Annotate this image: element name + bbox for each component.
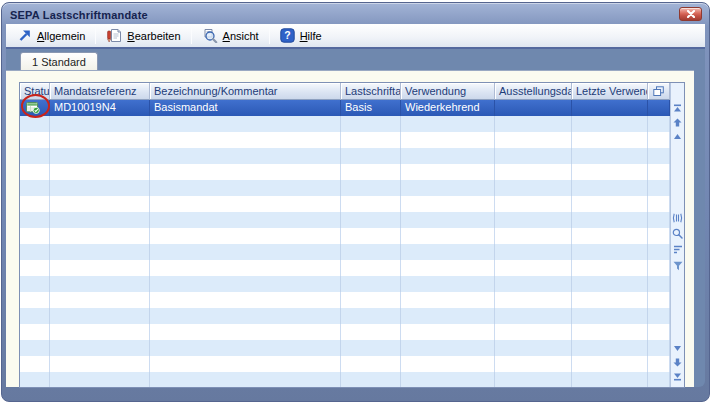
svg-text:?: ? — [284, 29, 290, 41]
table-row[interactable] — [20, 356, 670, 372]
grid-cell — [20, 356, 50, 372]
lastschriftart-cell: Basis — [341, 100, 401, 116]
grid-cell — [648, 244, 670, 260]
grid-cell — [495, 260, 572, 276]
grid-cell — [401, 292, 495, 308]
mandates-table: Status Mandatsreferenz Bezeichnung/Komme… — [19, 82, 685, 388]
edit-document-icon — [106, 28, 122, 43]
filter-button[interactable] — [672, 259, 684, 272]
search-button[interactable] — [672, 227, 684, 240]
grid-cell — [572, 276, 648, 292]
grid-cell — [150, 148, 341, 164]
grid-cell — [20, 116, 50, 132]
sepa-mandates-window: SEPA Lastschriftmandate Allgemein — [1, 2, 710, 402]
grid-cell — [20, 180, 50, 196]
search-icon — [672, 228, 683, 239]
mandate-active-icon — [26, 102, 40, 114]
content-panel: Status Mandatsreferenz Bezeichnung/Komme… — [6, 70, 694, 387]
tab-1-standard[interactable]: 1 Standard — [20, 52, 98, 71]
column-header-verwendung[interactable]: Verwendung — [401, 83, 495, 100]
grid-cell — [150, 356, 341, 372]
grid-cell — [150, 324, 341, 340]
grid-cell — [50, 212, 150, 228]
sort-button[interactable] — [672, 243, 684, 256]
mandatsreferenz-cell: MD10019N4 — [50, 100, 150, 116]
tab-label: 1 Standard — [32, 56, 86, 68]
table-row[interactable] — [20, 372, 670, 387]
grid-cell — [401, 372, 495, 387]
grid-cell — [572, 260, 648, 276]
grid-cell — [401, 260, 495, 276]
grid-cell — [401, 308, 495, 324]
grid-cell — [648, 100, 670, 116]
grid-cell — [648, 260, 670, 276]
table-row[interactable] — [20, 116, 670, 132]
grid-cell — [50, 260, 150, 276]
bearbeiten-button[interactable]: Bearbeiten — [99, 26, 187, 45]
grid-cell — [495, 116, 572, 132]
table-row[interactable] — [20, 212, 670, 228]
grid-cell — [401, 116, 495, 132]
next-record-button[interactable] — [672, 356, 684, 369]
column-chooser-icon — [653, 86, 664, 97]
help-icon: ? — [280, 28, 295, 43]
grid-cell — [50, 180, 150, 196]
close-button[interactable] — [679, 7, 702, 21]
table-row[interactable] — [20, 340, 670, 356]
fit-columns-button[interactable] — [672, 211, 684, 224]
grid-cell — [20, 308, 50, 324]
column-header-letzte-verwendung[interactable]: Letzte Verwendung — [572, 83, 648, 100]
allgemein-button[interactable]: Allgemein — [10, 26, 92, 45]
navigator-top-group — [671, 102, 684, 143]
grid-rows: MD10019N4 Basismandat Basis Wiederkehren… — [20, 100, 670, 387]
toolbar-separator — [269, 27, 270, 44]
table-row[interactable] — [20, 308, 670, 324]
table-row[interactable] — [20, 180, 670, 196]
triangle-down-icon — [673, 345, 682, 352]
grid-cell — [50, 356, 150, 372]
table-row-selected[interactable]: MD10019N4 Basismandat Basis Wiederkehren… — [20, 100, 670, 116]
ansicht-button[interactable]: Ansicht — [195, 26, 266, 45]
close-icon — [687, 10, 695, 18]
column-header-status[interactable]: Status — [20, 83, 50, 100]
table-row[interactable] — [20, 228, 670, 244]
bezeichnung-cell: Basismandat — [150, 100, 341, 116]
table-row[interactable] — [20, 196, 670, 212]
hilfe-button[interactable]: ? Hilfe — [273, 26, 329, 45]
column-header-bezeichnung[interactable]: Bezeichnung/Kommentar — [150, 83, 341, 100]
scroll-up-button[interactable] — [672, 130, 684, 143]
grid-navigator — [670, 83, 684, 387]
table-row[interactable] — [20, 148, 670, 164]
grid-cell — [572, 180, 648, 196]
table-row[interactable] — [20, 292, 670, 308]
table-row[interactable] — [20, 164, 670, 180]
table-row[interactable] — [20, 132, 670, 148]
grid-cell — [648, 164, 670, 180]
grid-cell — [341, 356, 401, 372]
table-row[interactable] — [20, 244, 670, 260]
grid-cell — [401, 212, 495, 228]
grid-cell — [341, 260, 401, 276]
column-header-ausstellungsdatum[interactable]: Ausstellungsdatum — [495, 83, 572, 100]
scroll-to-top-button[interactable] — [672, 102, 684, 115]
table-row[interactable] — [20, 260, 670, 276]
grid-cell — [648, 276, 670, 292]
grid-cell — [572, 308, 648, 324]
grid-cell — [341, 308, 401, 324]
scroll-to-bottom-button[interactable] — [672, 370, 684, 383]
grid-cell — [341, 132, 401, 148]
grid-cell — [20, 276, 50, 292]
grid-cell — [495, 180, 572, 196]
column-header-mandatsreferenz[interactable]: Mandatsreferenz — [50, 83, 150, 100]
column-header-lastschriftart[interactable]: Lastschriftart — [341, 83, 401, 100]
table-row[interactable] — [20, 276, 670, 292]
grid-cell — [341, 148, 401, 164]
bearbeiten-label: Bearbeiten — [127, 30, 180, 42]
main-toolbar: Allgemein Bearbeiten — [6, 24, 705, 49]
grid-cell — [572, 244, 648, 260]
scroll-down-button[interactable] — [672, 342, 684, 355]
grid-cell — [20, 244, 50, 260]
table-row[interactable] — [20, 324, 670, 340]
column-chooser-button[interactable] — [648, 83, 670, 100]
previous-record-button[interactable] — [672, 116, 684, 129]
